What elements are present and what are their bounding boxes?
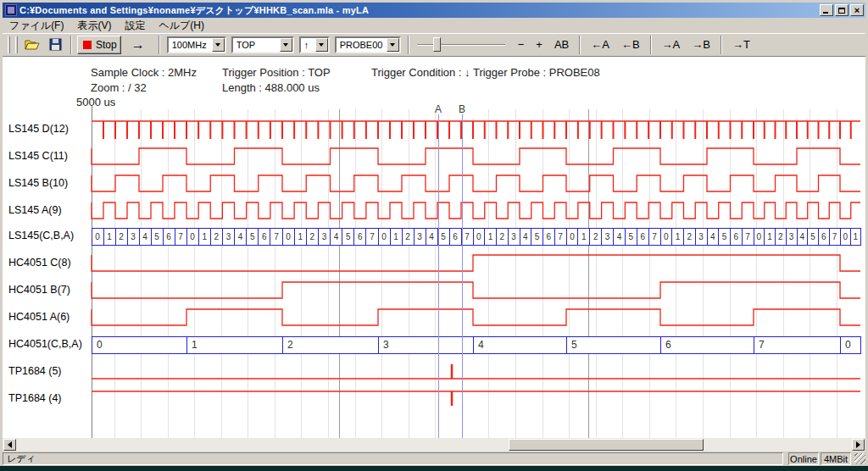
waveform-client-area: Sample Clock : 2MHz Zoom : / 32 Trigger … — [3, 56, 865, 438]
resize-grip[interactable] — [854, 453, 865, 464]
zoom-slider-track — [417, 44, 505, 46]
svg-text:5: 5 — [441, 232, 446, 241]
trigger-position-dropdown-button[interactable] — [280, 38, 292, 52]
trigger-edge-value: ↑ — [304, 40, 314, 50]
waveform-ls145-a-9 — [92, 202, 860, 219]
signal-label-ls145-c-b-a: LS145(C,B,A) — [8, 230, 74, 241]
maximize-icon — [838, 8, 845, 14]
svg-text:1: 1 — [676, 232, 681, 241]
toolbar-grip[interactable] — [8, 36, 10, 53]
move-cursor-a-right-button[interactable]: →A — [657, 36, 686, 54]
svg-text:7: 7 — [832, 232, 837, 241]
title-bar[interactable]: C:¥Documents and Settings¥noname¥デスクトップ¥… — [3, 3, 865, 18]
app-icon — [5, 4, 17, 16]
scroll-left-button[interactable] — [3, 439, 16, 451]
run-button[interactable]: → — [123, 36, 153, 54]
zoom-in-button[interactable]: + — [531, 36, 548, 54]
svg-text:2: 2 — [593, 232, 598, 241]
menu-help[interactable]: ヘルプ(H) — [152, 18, 211, 34]
zoom-out-button[interactable]: − — [513, 36, 530, 54]
status-memory-badge: 4MBit — [821, 452, 851, 465]
ab-range-button[interactable]: AB — [549, 36, 574, 54]
svg-text:5: 5 — [571, 339, 577, 351]
status-online-badge: Online — [788, 452, 819, 465]
zoom-slider[interactable] — [417, 36, 505, 53]
status-ready-panel: レディ — [3, 452, 783, 465]
trigger-edge-dropdown-button[interactable] — [315, 38, 328, 52]
svg-text:4: 4 — [238, 232, 243, 241]
waveform-ls145-c-b-a: 0123456701234567012345670123456701234567… — [92, 228, 860, 245]
menu-view[interactable]: 表示(V) — [70, 18, 118, 34]
svg-text:0: 0 — [757, 232, 762, 241]
svg-text:2: 2 — [500, 232, 505, 241]
move-cursor-a-left-button[interactable]: ←A — [586, 36, 615, 54]
signal-label-hc4051-b-7: HC4051 B(7) — [8, 284, 70, 296]
svg-text:7: 7 — [465, 232, 470, 241]
move-cursor-b-right-button[interactable]: →B — [687, 36, 715, 54]
svg-text:0: 0 — [476, 232, 481, 241]
window-title: C:¥Documents and Settings¥noname¥デスクトップ¥… — [19, 4, 818, 17]
zoom-slider-handle[interactable] — [433, 37, 441, 52]
sample-rate-combo[interactable]: 100MHz — [167, 36, 226, 53]
open-button[interactable] — [21, 36, 44, 54]
trigger-edge-combo[interactable]: ↑ — [299, 36, 330, 53]
close-button[interactable]: × — [850, 4, 864, 16]
trigger-position-value: TOP — [236, 40, 278, 50]
trigger-position-combo[interactable]: TOP — [231, 36, 294, 53]
goto-trigger-button[interactable]: →T — [727, 36, 755, 54]
scroll-right-button[interactable] — [852, 439, 865, 451]
svg-text:0: 0 — [381, 232, 387, 241]
waveform-hc4051-c-b-a: 012345670 — [92, 336, 860, 353]
svg-text:1: 1 — [393, 232, 398, 241]
svg-text:5: 5 — [535, 232, 540, 241]
horizontal-scrollbar[interactable] — [3, 438, 865, 452]
svg-text:1: 1 — [298, 232, 303, 241]
svg-text:5: 5 — [346, 232, 351, 241]
stop-square-icon — [83, 41, 92, 49]
svg-text:3: 3 — [383, 339, 389, 351]
toolbar-separator — [721, 36, 722, 54]
save-floppy-icon — [49, 38, 62, 51]
close-icon: × — [854, 6, 860, 14]
menu-bar: ファイル(F) 表示(V) 設定 ヘルプ(H) — [3, 19, 865, 32]
stop-button[interactable]: Stop — [77, 36, 121, 54]
waveform-hc4051-a-6 — [92, 309, 860, 325]
sample-rate-value: 100MHz — [172, 40, 210, 50]
toolbar-grip[interactable] — [15, 36, 18, 53]
trigger-probe-dropdown-button[interactable] — [387, 38, 399, 52]
minimize-button[interactable] — [820, 4, 833, 16]
timeline-grid — [92, 106, 837, 438]
chevron-down-icon — [390, 43, 395, 47]
trigger-probe-value: PROBE00 — [340, 40, 385, 50]
menu-file[interactable]: ファイル(F) — [3, 18, 70, 34]
waveform-display[interactable]: 0123456701234567012345670123456701234567… — [3, 57, 865, 438]
svg-text:6: 6 — [734, 232, 739, 241]
svg-text:3: 3 — [698, 232, 704, 241]
svg-text:0: 0 — [97, 339, 103, 351]
sample-rate-dropdown-button[interactable] — [212, 38, 225, 52]
svg-text:4: 4 — [617, 232, 622, 241]
toolbar: Stop → 100MHz TOP ↑ PROBE00 − + AB ←A — [3, 33, 865, 55]
move-cursor-b-left-button[interactable]: ←B — [616, 36, 645, 54]
trigger-probe-combo[interactable]: PROBE00 — [335, 36, 401, 53]
menu-settings[interactable]: 設定 — [118, 18, 152, 34]
svg-text:3: 3 — [511, 232, 516, 241]
maximize-button[interactable] — [835, 4, 849, 16]
svg-text:7: 7 — [558, 232, 563, 241]
signal-label-tp1684-4: TP1684 (4) — [8, 392, 62, 404]
svg-text:5: 5 — [629, 232, 634, 241]
svg-text:1: 1 — [581, 232, 587, 241]
svg-text:5: 5 — [154, 232, 159, 241]
svg-text:7: 7 — [745, 232, 750, 241]
svg-text:7: 7 — [370, 232, 375, 241]
status-bar: レディ Online 4MBit — [0, 452, 868, 466]
scrollbar-thumb[interactable] — [509, 439, 704, 451]
save-button[interactable] — [46, 36, 65, 54]
waveform-hc4051-b-7 — [92, 282, 860, 298]
svg-text:0: 0 — [95, 232, 100, 241]
svg-text:4: 4 — [334, 232, 339, 241]
svg-text:2: 2 — [287, 339, 293, 351]
svg-text:4: 4 — [429, 232, 434, 241]
svg-text:1: 1 — [854, 232, 859, 241]
svg-text:6: 6 — [821, 232, 826, 241]
